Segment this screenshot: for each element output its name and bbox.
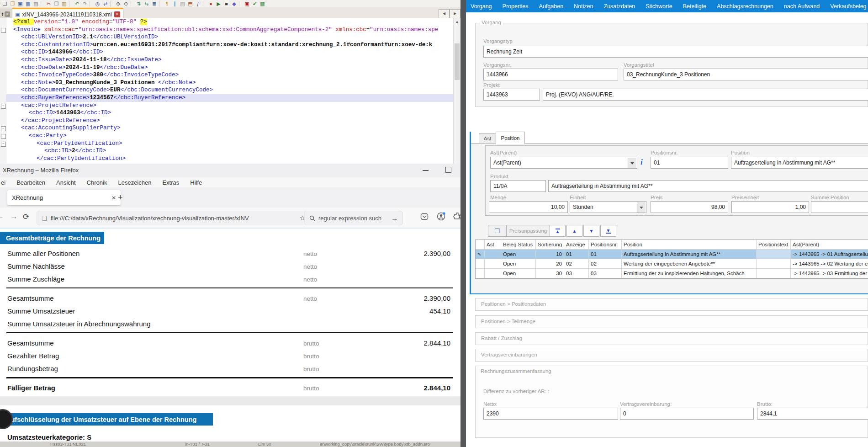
minimize-button[interactable]	[423, 170, 429, 171]
print-icon[interactable]: ▤	[32, 0, 40, 7]
function-list-icon[interactable]: ƒ	[194, 0, 202, 7]
erp-tab-zusatzdaten[interactable]: Zusatzdaten	[603, 3, 635, 10]
fold-collapse-icon[interactable]: −	[1, 104, 6, 109]
vorgangstyp-field[interactable]: Rechnung Zeit	[483, 46, 868, 58]
netto-field[interactable]: 2390	[483, 408, 618, 420]
macro-play-icon[interactable]: ▶	[215, 0, 222, 7]
doc-switcher-icon[interactable]: ⬒	[186, 0, 194, 7]
section-rabatt-zuschlag[interactable]: Rabatt / Zuschlag	[475, 332, 868, 345]
vorgangstitel-field[interactable]: 03_RechnungKunde_3 Positionen	[624, 69, 868, 80]
indent-guides-icon[interactable]: ∥	[171, 0, 179, 7]
show-symbols-icon[interactable]: ¶	[163, 0, 171, 7]
erp-tab-beteiligte[interactable]: Beteiligte	[683, 3, 706, 10]
table-row[interactable]: Open300303Ermittlung der zu inspizierend…	[476, 269, 868, 278]
copy-rows-button[interactable]: ❐	[488, 225, 506, 237]
menu-item-bearbeiten[interactable]: Bearbeiten	[16, 179, 45, 186]
erp-tab-stichworte[interactable]: Stichworte	[646, 3, 672, 10]
close-icon[interactable]: ✕	[111, 195, 116, 201]
chevron-down-icon[interactable]	[628, 158, 636, 169]
grid-column-header[interactable]: Ast	[485, 240, 501, 249]
open-folder-icon[interactable]: ❒	[9, 0, 16, 7]
einheit-combobox[interactable]: Stunden	[570, 201, 646, 213]
macro-save-icon[interactable]: ◆	[230, 0, 238, 7]
firefox-titlebar[interactable]: XRechnung – Mozilla Firefox	[0, 164, 460, 177]
vorgangsnr-field[interactable]: 1443966	[483, 69, 618, 80]
move-up-button[interactable]: ▲	[566, 225, 582, 237]
plugin-green-icon[interactable]: ▦	[259, 0, 266, 7]
projekt-name-field[interactable]: Proj. (EKVO) ANG/AUF/RE.	[543, 89, 868, 101]
redo-icon[interactable]: ↷	[81, 0, 89, 7]
np-scrollbar[interactable]: ▲	[453, 18, 460, 164]
firefox-tab[interactable]: XRechnung ✕	[7, 190, 121, 205]
save-all-icon[interactable]: ▦	[24, 0, 32, 7]
astparent-combobox[interactable]: Ast(Parent)	[490, 157, 637, 169]
copy-icon[interactable]: ❐	[53, 0, 60, 7]
section-vertragsvereinbarungen[interactable]: Vertragsvereinbarungen	[475, 349, 868, 362]
macro-stop-icon[interactable]: ■	[222, 0, 230, 7]
positionsnr-field[interactable]: 01	[651, 157, 728, 169]
brutto-field[interactable]: 2844,1	[757, 408, 868, 420]
grid-column-header[interactable]: Anzeige	[564, 240, 589, 249]
go-arrow-icon[interactable]: →	[391, 214, 398, 222]
preis-field[interactable]: 98,00	[651, 201, 728, 213]
back-icon[interactable]: ←	[0, 212, 4, 221]
erp-tab-properties[interactable]: Properties	[503, 3, 529, 10]
info-icon[interactable]: i	[640, 158, 643, 167]
np-scroll-thumb[interactable]	[455, 43, 460, 80]
close-icon[interactable]: ×	[5, 11, 10, 17]
menu-item-extras[interactable]: Extras	[162, 179, 179, 186]
replace-icon[interactable]: ⇄	[101, 0, 109, 7]
grid-column-header[interactable]	[476, 240, 485, 249]
fold-collapse-icon[interactable]: −	[1, 126, 6, 131]
fold-collapse-icon[interactable]: −	[1, 142, 6, 147]
paste-icon[interactable]: ▥	[60, 0, 68, 7]
url-bar[interactable]: ❏ file:///C:/data/xRechnung/Visualizatio…	[37, 211, 311, 225]
word-wrap-icon[interactable]: ≣	[150, 0, 158, 7]
maximize-button[interactable]	[445, 167, 451, 173]
erp-tab-abschlagsrechnungen[interactable]: Abschlagsrechnungen	[717, 3, 773, 10]
forward-icon[interactable]: →	[10, 212, 18, 221]
close-icon[interactable]: ×	[114, 11, 120, 17]
tab-scroll-left-button[interactable]: ◀	[439, 9, 450, 18]
grid-column-header[interactable]: Ast(Parent)	[791, 240, 868, 249]
fold-collapse-icon[interactable]: −	[1, 134, 6, 139]
tab-ast[interactable]: Ast	[479, 133, 496, 144]
menge-field[interactable]: 10,00	[489, 201, 568, 213]
account-icon[interactable]	[437, 212, 445, 221]
summe-position-field[interactable]	[811, 201, 868, 213]
plugin-red-icon[interactable]: ▣	[243, 0, 251, 7]
grid-column-header[interactable]: Position	[622, 240, 757, 249]
preiseinheit-field[interactable]: 1,00	[731, 201, 809, 213]
np-editor[interactable]: −−−−− <?xml version="1.0" encoding="UTF-…	[0, 18, 453, 164]
extensions-puzzle-icon[interactable]	[453, 212, 460, 220]
position-field[interactable]: Auftragserteilung in Abstimmung mit AG**	[731, 157, 868, 169]
move-bottom-button[interactable]: ▼	[600, 225, 616, 237]
move-down-button[interactable]: ▼	[583, 225, 599, 237]
macro-record-icon[interactable]: ●	[207, 0, 215, 7]
fold-collapse-icon[interactable]: −	[1, 28, 6, 33]
grid-column-header[interactable]: Beleg Status	[501, 240, 536, 249]
new-tab-button[interactable]: +	[118, 193, 123, 202]
chevron-down-icon[interactable]	[637, 202, 646, 213]
plugin-check-icon[interactable]: ✔	[251, 0, 259, 7]
menu-item-ansicht[interactable]: Ansicht	[56, 179, 76, 186]
vertragsvereinbarung-field[interactable]: 0	[620, 408, 754, 420]
section-positionen-teilmenge[interactable]: Positionen > Teilmenge	[475, 315, 868, 328]
grid-column-header[interactable]: Sortierung	[536, 240, 564, 249]
menu-item-hilfe[interactable]: Hilfe	[190, 179, 202, 186]
search-input[interactable]: regular expression such →	[304, 211, 403, 225]
menu-item-lesezeichen[interactable]: Lesezeichen	[118, 179, 151, 186]
table-row[interactable]: Open200202Wertung der eingegebenen Angeb…	[476, 259, 868, 269]
zoom-in-icon[interactable]: ⊕	[114, 0, 122, 7]
sync-vertical-icon[interactable]: ⇅	[135, 0, 143, 7]
scroll-up-icon[interactable]: ▲	[455, 20, 460, 24]
np-tab-partial[interactable]: t ×	[0, 9, 12, 19]
undo-icon[interactable]: ↶	[73, 0, 81, 7]
move-top-button[interactable]: ▲	[550, 225, 566, 237]
produkt-name-field[interactable]: Auftragserteilung in Abstimmung mit AG**	[548, 180, 868, 192]
pocket-icon[interactable]	[420, 213, 429, 221]
cut-icon[interactable]: ✂	[45, 0, 53, 7]
erp-tab-aufgaben[interactable]: Aufgaben	[539, 3, 564, 10]
tab-position[interactable]: Position	[496, 132, 525, 144]
find-icon[interactable]: ◎	[94, 0, 101, 7]
